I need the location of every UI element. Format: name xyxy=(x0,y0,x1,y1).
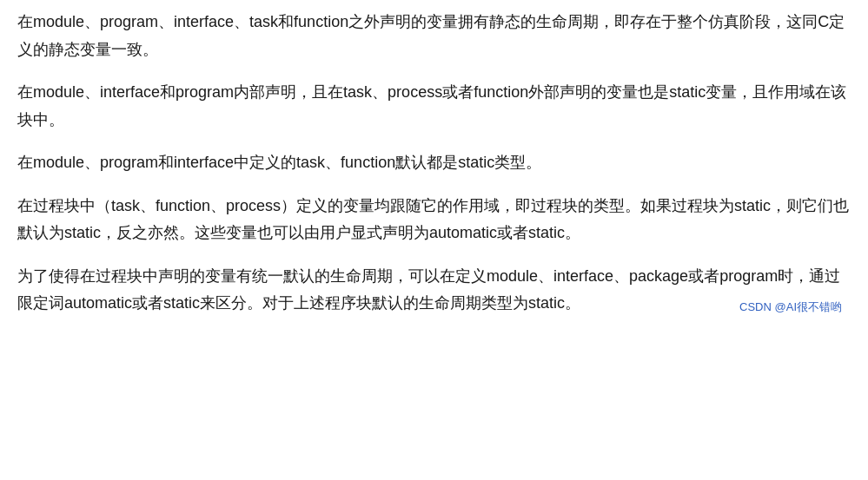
paragraph-4-text: 在过程块中（task、function、process）定义的变量均跟随它的作用… xyxy=(17,193,851,247)
paragraph-3-text: 在module、program和interface中定义的task、functi… xyxy=(17,149,851,177)
content-area: 在module、program、interface、task和function之… xyxy=(17,9,851,318)
paragraph-3: 在module、program和interface中定义的task、functi… xyxy=(17,149,851,177)
paragraph-1-text: 在module、program、interface、task和function之… xyxy=(17,9,851,63)
paragraph-1: 在module、program、interface、task和function之… xyxy=(17,9,851,63)
watermark: CSDN @AI很不错哟 xyxy=(739,298,842,317)
paragraph-5: 为了使得在过程块中声明的变量有统一默认的生命周期，可以在定义module、int… xyxy=(17,263,851,318)
paragraph-4: 在过程块中（task、function、process）定义的变量均跟随它的作用… xyxy=(17,193,851,247)
paragraph-2: 在module、interface和program内部声明，且在task、pro… xyxy=(17,79,851,134)
paragraph-5-text: 为了使得在过程块中声明的变量有统一默认的生命周期，可以在定义module、int… xyxy=(17,263,851,318)
watermark-text: CSDN @AI很不错哟 xyxy=(739,300,842,313)
paragraph-2-text: 在module、interface和program内部声明，且在task、pro… xyxy=(17,79,851,134)
